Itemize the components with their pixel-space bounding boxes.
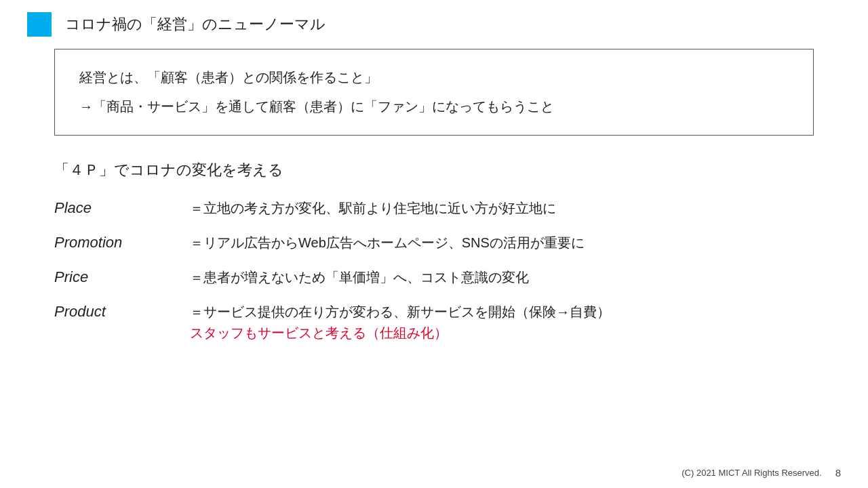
- product-content: ＝サービス提供の在り方が変わる、新サービスを開始（保険→自費）: [190, 303, 610, 321]
- footer: (C) 2021 MICT All Rights Reserved. 8: [682, 467, 841, 479]
- place-content: ＝立地の考え方が変化、駅前より住宅地に近い方が好立地に: [190, 199, 556, 218]
- price-content: ＝患者が増えないため「単価増」へ、コスト意識の変化: [190, 268, 529, 287]
- four-p-section: 「４Ｐ」でコロナの変化を考える Place ＝立地の考え方が変化、駅前より住宅地…: [54, 160, 814, 342]
- footer-page-number: 8: [835, 467, 841, 479]
- promotion-content: ＝リアル広告からWeb広告へホームページ、SNSの活用が重要に: [190, 234, 585, 252]
- header: コロナ禍の「経営」のニューノーマル: [0, 0, 868, 49]
- price-label: Price: [54, 268, 190, 286]
- section-title: 「４Ｐ」でコロナの変化を考える: [54, 160, 814, 180]
- product-row: Product ＝サービス提供の在り方が変わる、新サービスを開始（保険→自費） …: [54, 303, 814, 342]
- promotion-row: Promotion ＝リアル広告からWeb広告へホームページ、SNSの活用が重要…: [54, 234, 814, 252]
- intro-line1: 経営とは、「顧客（患者）との関係を作ること」: [79, 68, 789, 87]
- intro-line2: →「商品・サービス」を通して顧客（患者）に「ファン」になってもらうこと: [79, 98, 789, 116]
- product-content-red: スタッフもサービスと考える（仕組み化）: [190, 324, 610, 342]
- header-square-icon: [27, 12, 52, 37]
- promotion-label: Promotion: [54, 234, 190, 251]
- header-title: コロナ禍の「経営」のニューノーマル: [65, 14, 326, 35]
- content-area: 経営とは、「顧客（患者）との関係を作ること」 →「商品・サービス」を通して顧客（…: [0, 49, 868, 342]
- place-content-block: ＝立地の考え方が変化、駅前より住宅地に近い方が好立地に: [190, 199, 556, 218]
- product-label: Product: [54, 303, 190, 321]
- product-content-block: ＝サービス提供の在り方が変わる、新サービスを開始（保険→自費） スタッフもサービ…: [190, 303, 610, 342]
- place-label: Place: [54, 199, 190, 217]
- promotion-content-block: ＝リアル広告からWeb広告へホームページ、SNSの活用が重要に: [190, 234, 585, 252]
- price-content-block: ＝患者が増えないため「単価増」へ、コスト意識の変化: [190, 268, 529, 287]
- place-row: Place ＝立地の考え方が変化、駅前より住宅地に近い方が好立地に: [54, 199, 814, 218]
- price-row: Price ＝患者が増えないため「単価増」へ、コスト意識の変化: [54, 268, 814, 287]
- footer-copyright: (C) 2021 MICT All Rights Reserved.: [682, 468, 821, 478]
- intro-text-box: 経営とは、「顧客（患者）との関係を作ること」 →「商品・サービス」を通して顧客（…: [54, 49, 814, 136]
